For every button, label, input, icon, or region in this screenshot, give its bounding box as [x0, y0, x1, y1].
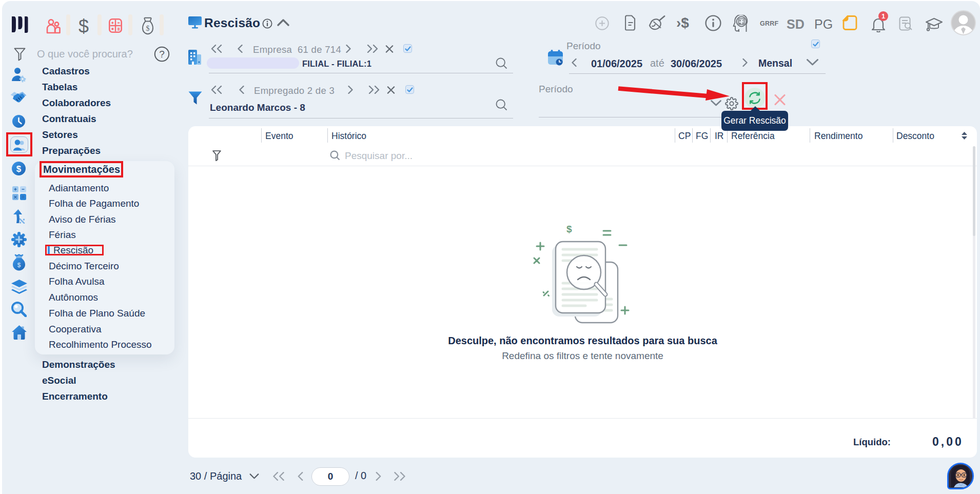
- svg-text:$: $: [17, 262, 21, 269]
- svg-text:$: $: [146, 25, 150, 32]
- svg-text:?: ?: [159, 49, 165, 60]
- svg-text:$: $: [566, 224, 572, 234]
- svg-text:$: $: [16, 164, 22, 174]
